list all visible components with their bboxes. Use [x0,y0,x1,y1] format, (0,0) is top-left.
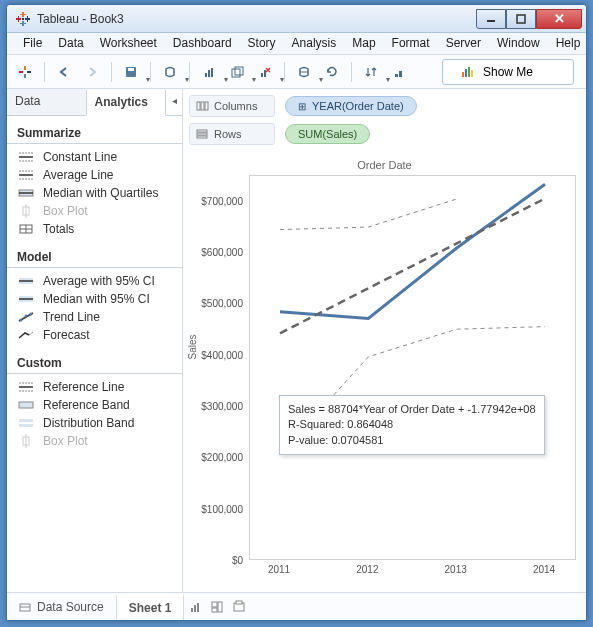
menu-worksheet[interactable]: Worksheet [92,33,165,54]
tab-sheet-1[interactable]: Sheet 1 [117,594,185,620]
side-caret-icon[interactable]: ◂ [166,89,182,115]
svg-point-49 [25,315,28,318]
totals-icon [17,222,35,236]
item-median-quartiles[interactable]: Median with Quartiles [7,184,182,202]
median-quartiles-icon [17,186,35,200]
close-button[interactable]: ✕ [536,9,582,29]
toolbar: Show Me [7,55,586,89]
svg-rect-30 [471,70,473,77]
svg-rect-71 [218,602,222,612]
item-average-line[interactable]: Average Line [7,166,182,184]
header-custom: Custom [7,352,182,374]
item-reference-band[interactable]: Reference Band [7,396,182,414]
group-model: Model Average with 95% CI Median with 95… [7,240,182,346]
rows-pill[interactable]: SUM(Sales) [285,124,370,144]
svg-rect-27 [462,72,464,77]
menubar: File Data Worksheet Dashboard Story Anal… [7,33,586,55]
duplicate-button[interactable] [225,60,249,84]
new-dashboard-icon[interactable] [208,598,226,616]
autoupdate-button[interactable] [292,60,316,84]
svg-rect-22 [261,73,263,77]
group-custom: Custom Reference Line Reference Band Dis… [7,346,182,452]
minimize-button[interactable] [476,9,506,29]
columns-pill[interactable]: ⊞YEAR(Order Date) [285,96,417,116]
swap-button[interactable] [359,60,383,84]
svg-rect-14 [27,71,31,73]
menu-server[interactable]: Server [438,33,489,54]
new-worksheet-icon[interactable] [186,598,204,616]
menu-story[interactable]: Story [240,33,284,54]
titlebar[interactable]: Tableau - Book3 ✕ [7,5,586,33]
header-summarize: Summarize [7,122,182,144]
item-trend-line[interactable]: Trend Line [7,308,182,326]
item-totals[interactable]: Totals [7,220,182,238]
svg-point-50 [30,313,33,316]
save-button[interactable] [119,60,143,84]
item-distribution-band[interactable]: Distribution Band [7,414,182,432]
shelves: Columns ⊞YEAR(Order Date) Rows SUM(Sales… [183,89,586,155]
svg-rect-70 [212,602,217,607]
clear-button[interactable] [253,60,277,84]
svg-rect-29 [468,67,470,77]
svg-rect-74 [236,601,242,604]
menu-window[interactable]: Window [489,33,548,54]
new-datasource-button[interactable] [158,60,182,84]
svg-rect-59 [197,102,200,110]
tooltip-pvalue: P-value: 0.0704581 [288,433,536,448]
forward-button[interactable] [80,60,104,84]
item-box-plot-custom: Box Plot [7,432,182,450]
tooltip-rsquared: R-Squared: 0.864048 [288,417,536,432]
menu-dashboard[interactable]: Dashboard [165,33,240,54]
item-forecast[interactable]: Forecast [7,326,182,344]
rows-label: Rows [189,123,275,145]
svg-rect-17 [205,73,207,77]
trend-line-icon [17,310,35,324]
svg-rect-56 [19,424,33,427]
trend-tooltip: Sales = 88704*Year of Order Date + -1.77… [279,395,545,455]
item-median-ci[interactable]: Median with 95% CI [7,290,182,308]
svg-rect-67 [191,608,193,612]
main-pane: Columns ⊞YEAR(Order Date) Rows SUM(Sales… [183,89,586,592]
chart-area[interactable]: Order Date Sales $0$100,000$200,000$300,… [189,157,580,586]
item-avg-ci[interactable]: Average with 95% CI [7,272,182,290]
group-summarize: Summarize Constant Line Average Line Med… [7,116,182,240]
svg-rect-21 [235,67,243,75]
tab-analytics[interactable]: Analytics [86,90,167,116]
box-plot-icon [17,204,35,218]
menu-help[interactable]: Help [548,33,589,54]
item-reference-line[interactable]: Reference Line [7,378,182,396]
item-constant-line[interactable]: Constant Line [7,148,182,166]
y-ticks: $0$100,000$200,000$300,000$400,000$500,0… [197,175,247,560]
columns-shelf[interactable]: Columns ⊞YEAR(Order Date) [189,95,580,117]
new-story-icon[interactable] [230,598,248,616]
menu-data[interactable]: Data [50,33,91,54]
back-button[interactable] [52,60,76,84]
tableau-logo-icon [15,11,31,27]
maximize-button[interactable] [506,9,536,29]
rows-shelf[interactable]: Rows SUM(Sales) [189,123,580,145]
menu-map[interactable]: Map [344,33,383,54]
window-title: Tableau - Book3 [37,12,476,26]
menu-format[interactable]: Format [384,33,438,54]
distribution-band-icon [17,416,35,430]
tab-data-source[interactable]: Data Source [7,595,117,619]
sort-asc-button[interactable] [387,60,411,84]
avg-ci-icon [17,274,35,288]
tableau-icon[interactable] [13,60,37,84]
reference-line-icon [17,380,35,394]
menu-file[interactable]: File [15,33,50,54]
menu-analysis[interactable]: Analysis [284,33,345,54]
app-window: Tableau - Book3 ✕ File Data Worksheet Da… [6,4,587,621]
tab-data[interactable]: Data [7,89,86,115]
reference-band-icon [17,398,35,412]
svg-point-48 [20,319,23,322]
show-me-button[interactable]: Show Me [442,59,574,85]
new-worksheet-button[interactable] [197,60,221,84]
chart-title: Order Date [189,157,580,175]
refresh-button[interactable] [320,60,344,84]
svg-rect-11 [24,66,26,70]
box-plot-icon [17,434,35,448]
item-box-plot: Box Plot [7,202,182,220]
plot[interactable] [249,175,576,560]
side-pane: Data Analytics ◂ Summarize Constant Line… [7,89,183,592]
